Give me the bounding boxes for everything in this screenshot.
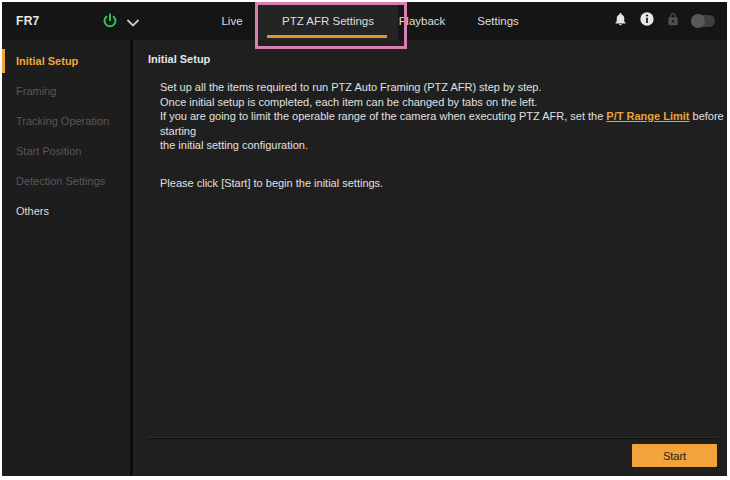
description-line-2: Once initial setup is completed, each it… [160,95,727,110]
sidebar-item-start-position: Start Position [2,136,130,166]
tab-ptz-afr-settings[interactable]: PTZ AFR Settings [258,2,398,40]
tab-playback[interactable]: Playback [378,2,466,40]
description-text: Set up all the items required to run PTZ… [160,80,727,153]
tab-settings[interactable]: Settings [454,2,542,40]
topbar-icon-group [613,2,715,40]
sidebar-item-initial-setup[interactable]: Initial Setup [2,46,130,76]
sidebar-item-detection-settings: Detection Settings [2,166,130,196]
description-line-4: the initial setting configuration. [160,138,727,153]
toggle-knob [691,14,705,28]
description-line-3: If you are going to limit the operable r… [160,109,727,138]
chevron-down-icon[interactable] [126,15,140,27]
description-line-1: Set up all the items required to run PTZ… [160,80,727,95]
page-title: Initial Setup [148,53,727,65]
pt-range-limit-link[interactable]: P/T Range Limit [606,110,689,122]
lock-icon [666,12,680,31]
active-tab-underline [267,35,387,38]
info-icon[interactable] [639,11,655,31]
tab-ptz-afr-settings-label: PTZ AFR Settings [282,15,374,27]
selected-indicator-bar [2,49,5,73]
sidebar-item-others[interactable]: Others [2,196,130,226]
start-button[interactable]: Start [632,444,717,467]
footer-divider [148,437,717,439]
sidebar-item-label: Initial Setup [16,55,78,67]
description-line-3-before: If you are going to limit the operable r… [160,110,606,122]
sidebar-item-framing: Framing [2,76,130,106]
toggle-switch[interactable] [691,15,715,27]
app-window: FR7 Live PTZ AFR Settings Playback Setti… [2,2,727,476]
top-bar: FR7 Live PTZ AFR Settings Playback Setti… [2,2,727,40]
device-name: FR7 [16,2,40,40]
sidebar: Initial Setup Framing Tracking Operation… [2,40,130,476]
main-panel: Initial Setup Set up all the items requi… [133,40,727,476]
sidebar-item-tracking-operation: Tracking Operation [2,106,130,136]
instruction-text: Please click [Start] to begin the initia… [160,177,727,189]
power-icon[interactable] [101,12,119,30]
bell-icon[interactable] [613,11,628,31]
